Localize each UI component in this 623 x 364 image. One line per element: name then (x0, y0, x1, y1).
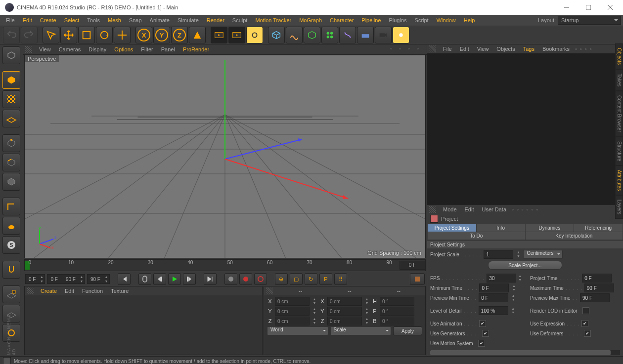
menu-mesh[interactable]: Mesh (104, 15, 125, 26)
side-tab-content-browser[interactable]: Content Browser (615, 91, 623, 136)
window-close-button[interactable] (599, 0, 621, 15)
side-tab-layers[interactable]: Layers (615, 195, 623, 219)
attribute-scrollbar[interactable] (430, 350, 620, 355)
key-pos-button[interactable]: ⊕ (275, 273, 288, 285)
nav-move-icon[interactable]: ◦ (390, 45, 398, 53)
pmin-input[interactable] (479, 293, 508, 302)
coord-z-size[interactable] (327, 317, 362, 325)
redo-button[interactable] (21, 27, 38, 43)
menu-create[interactable]: Create (36, 15, 60, 26)
attr-menu-edit[interactable]: Edit (461, 206, 478, 212)
tab-key-interpolation[interactable]: Key Interpolation (526, 232, 623, 240)
use-def-checkbox[interactable]: ✔ (584, 330, 591, 337)
menu-pipeline[interactable]: Pipeline (357, 15, 385, 26)
key-pla-button[interactable]: ⠿ (334, 273, 347, 285)
expand-icon[interactable]: ◦ (588, 46, 593, 52)
material-menu-edit[interactable]: Edit (61, 288, 78, 294)
z-axis-lock[interactable]: Z (171, 27, 188, 43)
min-time-input[interactable] (479, 283, 509, 292)
live-select-tool[interactable] (43, 27, 59, 43)
menu-simulate[interactable]: Simulate (174, 15, 203, 26)
coord-x-size[interactable] (327, 297, 362, 306)
use-expr-checkbox[interactable]: ✔ (581, 320, 588, 327)
grip-icon[interactable] (27, 287, 34, 294)
project-scale-unit-dropdown[interactable]: Centimeters (523, 250, 563, 259)
side-tab-objects[interactable]: Objects (615, 43, 623, 69)
recent-tool[interactable] (114, 27, 131, 43)
grip-icon[interactable] (266, 287, 273, 294)
lod-editor-checkbox[interactable] (582, 307, 589, 314)
menu-sculpt[interactable]: Sculpt (228, 15, 252, 26)
coord-apply-button[interactable]: Apply (393, 326, 422, 335)
menu-animate[interactable]: Animate (146, 15, 174, 26)
search-icon[interactable]: ◦ (574, 46, 578, 52)
menu-plugins[interactable]: Plugins (385, 15, 410, 26)
polygon-mode-button[interactable] (2, 173, 20, 191)
coord-system-toggle[interactable] (189, 27, 206, 43)
coord-y-size[interactable] (327, 307, 362, 316)
add-environment-button[interactable] (357, 27, 374, 43)
new-icon[interactable]: ◦ (530, 206, 535, 212)
coord-b-rot[interactable] (380, 317, 414, 325)
nav-layout-icon[interactable]: ◦ (417, 45, 425, 53)
use-motion-checkbox[interactable]: ✔ (478, 340, 485, 347)
menu-mograph[interactable]: MoGraph (295, 15, 326, 26)
grip-icon[interactable] (429, 206, 436, 213)
add-array-button[interactable] (321, 27, 338, 43)
add-spline-button[interactable] (286, 27, 303, 43)
menu-snap[interactable]: Snap (125, 15, 146, 26)
range-end-field[interactable]: 90 F▲▼ (87, 274, 110, 284)
model-mode-button[interactable] (2, 71, 20, 89)
timeline-ruler[interactable]: 0102030405060708090 0 F (24, 259, 426, 271)
timeline-dope-button[interactable] (410, 273, 425, 285)
goto-end-button[interactable] (204, 273, 217, 285)
menu-motion-tracker[interactable]: Motion Tracker (251, 15, 295, 26)
keyframe-sel-button[interactable] (254, 273, 267, 285)
grip-icon[interactable] (429, 45, 436, 52)
viewport-menu-options[interactable]: Options (110, 46, 137, 52)
coord-x-pos[interactable] (275, 297, 310, 306)
add-camera-button[interactable] (375, 27, 392, 43)
coord-y-pos[interactable] (275, 307, 310, 316)
side-tab-takes[interactable]: Takes (615, 69, 623, 91)
undo-button[interactable] (3, 27, 20, 43)
viewport-menu-view[interactable]: View (35, 46, 55, 52)
nav-rotate-icon[interactable]: ◦ (408, 45, 416, 53)
attr-menu-user-data[interactable]: User Data (478, 206, 511, 212)
axis-mode-button[interactable] (2, 198, 20, 215)
render-view-button[interactable] (211, 27, 227, 43)
material-menu-texture[interactable]: Texture (107, 288, 133, 294)
layout-dropdown[interactable]: Startup (558, 16, 621, 25)
coord-h-rot[interactable] (380, 297, 414, 306)
add-deformer-button[interactable] (339, 27, 356, 43)
object-menu-bookmarks[interactable]: Bookmarks (538, 46, 574, 52)
coord-p-rot[interactable] (380, 307, 414, 316)
spinner[interactable]: ▲▼ (515, 250, 521, 258)
pmax-input[interactable] (580, 293, 610, 302)
rotate-tool[interactable] (96, 27, 113, 43)
menu-render[interactable]: Render (203, 15, 228, 26)
viewport[interactable]: Perspective Grid Spacing : 100 cm y z x (24, 55, 426, 258)
nav-fwd-icon[interactable]: ◦ (515, 206, 520, 212)
material-panel-body[interactable] (25, 295, 262, 355)
attr-menu-mode[interactable]: Mode (439, 206, 461, 212)
workplane-mode-button[interactable] (2, 110, 20, 127)
expand-icon[interactable]: ◦ (535, 206, 540, 212)
x-axis-lock[interactable]: X (135, 27, 152, 43)
autokey-button[interactable] (239, 273, 252, 285)
viewport-menu-panel[interactable]: Panel (157, 46, 179, 52)
viewport-menu-filter[interactable]: Filter (137, 46, 157, 52)
use-gen-checkbox[interactable]: ✔ (482, 330, 489, 337)
texture-mode-button[interactable] (2, 90, 20, 108)
point-mode-button[interactable] (2, 134, 20, 152)
project-scale-input[interactable] (484, 250, 513, 259)
search-icon[interactable]: ◦ (520, 206, 525, 212)
tab-info[interactable]: Info (477, 224, 525, 232)
edge-mode-button[interactable] (2, 154, 20, 171)
tab-dynamics[interactable]: Dynamics (526, 224, 574, 232)
coord-z-pos[interactable] (275, 317, 310, 325)
locked-workplane-button[interactable] (2, 285, 20, 303)
snap-button[interactable] (2, 261, 20, 279)
tab-referencing[interactable]: Referencing (574, 224, 623, 232)
tab-to-do[interactable]: To Do (428, 232, 525, 240)
